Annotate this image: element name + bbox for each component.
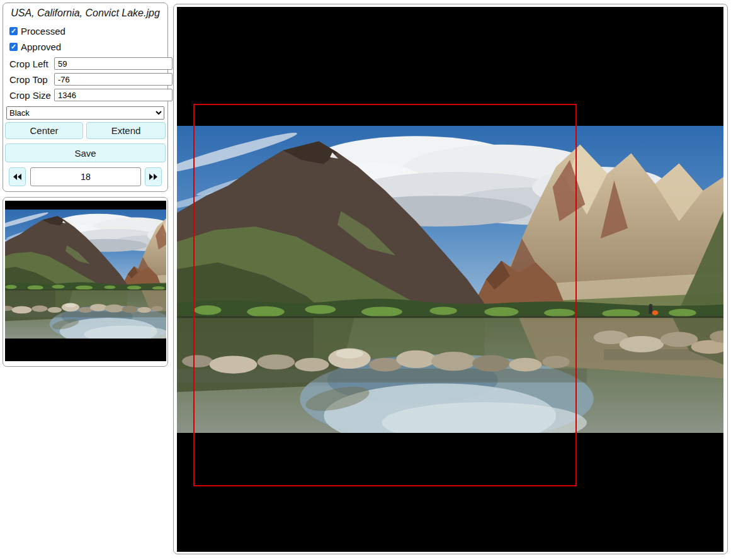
crop-top-label: Crop Top [9,74,54,85]
image-index-input[interactable] [30,167,141,186]
crop-top-row: Crop Top [9,73,164,86]
filename-title: USA, California, Convict Lake.jpg [3,8,167,19]
crop-preview-thumbnail[interactable] [5,201,166,361]
crop-left-row: Crop Left [9,57,164,70]
crop-size-input[interactable] [54,89,173,101]
crop-left-input[interactable] [54,57,173,70]
crop-size-row: Crop Size [9,89,164,101]
next-image-button[interactable] [145,167,162,186]
center-button[interactable]: Center [5,122,83,139]
double-right-arrows-icon [149,173,158,181]
crop-rectangle[interactable] [193,104,577,486]
crop-top-input[interactable] [54,73,173,86]
image-viewer-panel [173,4,728,554]
extend-button[interactable]: Extend [86,122,166,139]
fill-color-select[interactable]: Black [6,106,164,120]
crop-controls-panel: USA, California, Convict Lake.jpg ✓ Proc… [3,3,168,192]
approved-checkbox[interactable]: ✓ [9,43,18,51]
crop-preview-photo [5,210,166,339]
approved-label: Approved [21,42,61,52]
processed-label: Processed [21,26,65,36]
double-left-arrows-icon [13,173,22,181]
crop-left-label: Crop Left [9,59,54,69]
processed-checkbox[interactable]: ✓ [9,27,18,35]
approved-checkbox-row: ✓ Approved [9,42,61,52]
crop-preview-panel [3,197,168,367]
save-button[interactable]: Save [5,143,166,162]
crop-size-label: Crop Size [9,90,54,101]
previous-image-button[interactable] [9,167,26,186]
image-viewer-canvas[interactable] [177,7,723,552]
processed-checkbox-row: ✓ Processed [9,26,65,36]
